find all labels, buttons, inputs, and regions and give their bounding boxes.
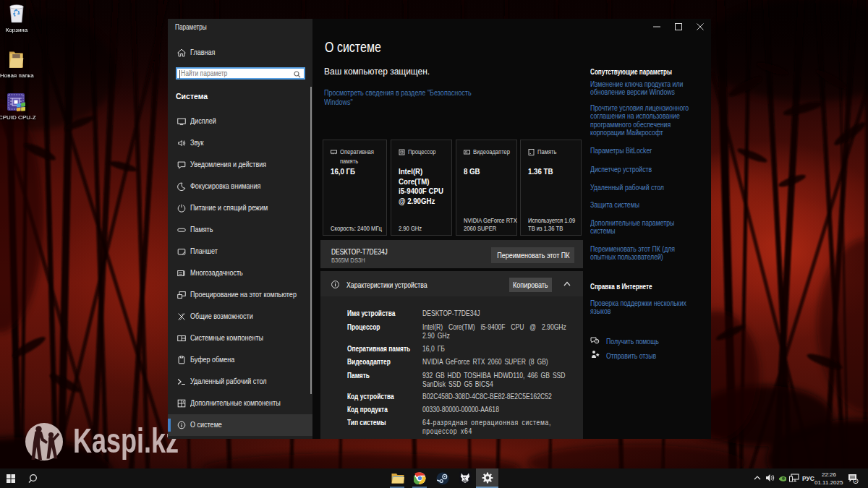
svg-text:2: 2 [854, 479, 856, 483]
